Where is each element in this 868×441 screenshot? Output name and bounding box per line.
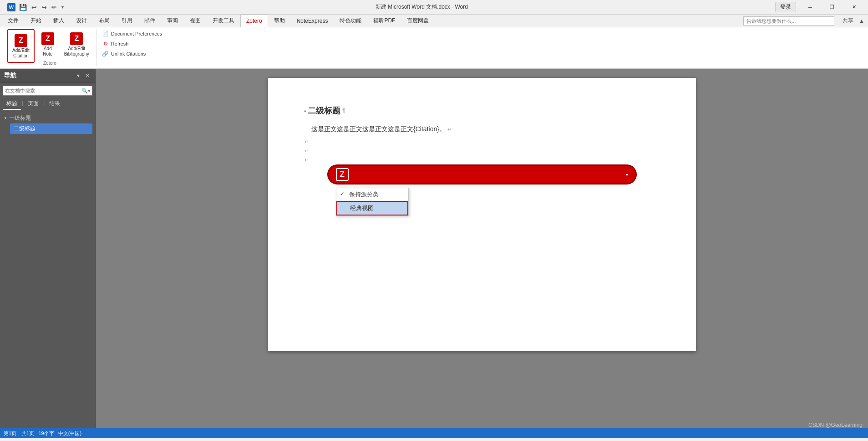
add-edit-citation-button[interactable]: Z Add/EditCitation xyxy=(9,31,33,61)
add-edit-bibliography-button[interactable]: Z Add/EditBibliography xyxy=(61,29,92,59)
chevron-down-icon: ▼ xyxy=(4,116,7,120)
minimize-button[interactable]: ─ xyxy=(800,0,821,15)
ribbon-content-zotero: Z Add/EditCitation Z AddNote Z xyxy=(0,27,868,68)
add-note-label: AddNote xyxy=(43,46,52,57)
tab-noteexpress[interactable]: NoteExpress xyxy=(291,15,334,27)
redo-btn[interactable]: ↪ xyxy=(41,3,48,12)
close-button[interactable]: ✕ xyxy=(843,0,864,15)
statusbar: 第1页，共1页 19个字 中文(中国) xyxy=(0,428,868,438)
empty-line-1: ↵ xyxy=(305,138,660,148)
tab-zotero[interactable]: Zotero xyxy=(240,15,268,27)
unlink-icon: 🔗 xyxy=(102,50,109,57)
tab-special[interactable]: 特色功能 xyxy=(334,15,367,27)
zotero-arrow-icon: ▾ xyxy=(626,172,628,177)
tab-fopdf[interactable]: 福昕PDF xyxy=(367,15,401,27)
sidebar-close-btn[interactable]: ✕ xyxy=(83,72,91,79)
zotero-dropdown-menu: ✓ 保持源分类 经典视图 xyxy=(336,188,409,216)
window-controls: ─ ❐ ✕ xyxy=(800,0,864,15)
sidebar-item-h2[interactable]: 二级标题 xyxy=(10,123,92,134)
restore-button[interactable]: ❐ xyxy=(822,0,843,15)
ribbon-group-tools: 📄 Document Preferences ↻ Refresh 🔗 Unlin… xyxy=(96,29,168,67)
zotero-search-input[interactable] xyxy=(352,171,624,178)
add-edit-citation-highlight: Z Add/EditCitation xyxy=(7,29,35,63)
tab-layout[interactable]: 布局 xyxy=(93,15,116,27)
ribbon-far-right: 共享 ▲ xyxy=(743,15,866,26)
add-note-button[interactable]: Z AddNote xyxy=(36,29,59,59)
unlink-citations-button[interactable]: 🔗 Unlink Citations xyxy=(100,49,164,58)
sidebar-title: 导航 xyxy=(4,72,16,80)
ribbon-collapse-btn[interactable]: ▲ xyxy=(857,16,866,26)
add-edit-citation-icon: Z xyxy=(14,33,28,48)
zotero-group-label: Zotero xyxy=(4,61,96,66)
sidebar-tab-results[interactable]: 结果 xyxy=(46,98,64,110)
add-note-icon: Z xyxy=(41,31,55,46)
sidebar-item-h1[interactable]: ▼ 一级标题 xyxy=(3,113,92,123)
document-page: ▪ 二级标题 ¶ 这是正文这是正文这是正文这是正文{Citation}。 ↵ ↵… xyxy=(268,78,696,351)
document-prefs-icon: 📄 xyxy=(102,30,109,37)
sidebar-menu-btn[interactable]: ▾ xyxy=(75,72,81,79)
heading-bullet: ▪ xyxy=(305,108,306,113)
zotero-search-bar-container: Z ▾ ✓ 保持源分类 经典视图 xyxy=(268,164,696,185)
status-page-info: 第1页，共1页 19个字 中文(中国) xyxy=(4,430,81,437)
empty-line-2: ↵ xyxy=(305,148,660,157)
tab-design[interactable]: 设计 xyxy=(70,15,93,27)
document-title: 新建 Microsoft Word 文档.docx - Word xyxy=(68,3,775,11)
document-body: 这是正文这是正文这是正文这是正文{Citation}。 ↵ xyxy=(305,123,660,135)
tab-references[interactable]: 引用 xyxy=(116,15,138,27)
main-area: 导航 ▾ ✕ 🔍▾ 标题 | 页面 | 结果 ▼ 一级标题 二级标 xyxy=(0,69,868,428)
tab-home[interactable]: 开始 xyxy=(25,15,47,27)
refresh-button[interactable]: ↻ Refresh xyxy=(100,39,164,48)
ribbon: 文件 开始 插入 设计 布局 引用 邮件 审阅 视图 开发工具 Zotero 帮… xyxy=(0,15,868,69)
document-prefs-button[interactable]: 📄 Document Preferences xyxy=(100,29,164,38)
tab-view[interactable]: 视图 xyxy=(184,15,207,27)
tab-insert[interactable]: 插入 xyxy=(47,15,70,27)
refresh-icon: ↻ xyxy=(102,40,109,47)
sidebar-header-buttons: ▾ ✕ xyxy=(75,72,91,79)
add-edit-citation-label: Add/EditCitation xyxy=(12,48,30,59)
customize-btn[interactable]: ✏ xyxy=(51,3,58,12)
document-area: ▪ 二级标题 ¶ 这是正文这是正文这是正文这是正文{Citation}。 ↵ ↵… xyxy=(96,69,868,428)
tab-mail[interactable]: 邮件 xyxy=(138,15,161,27)
heading-pilcrow: ¶ xyxy=(342,108,345,114)
more-btn[interactable]: ▾ xyxy=(61,4,65,10)
tab-baidu[interactable]: 百度网盘 xyxy=(401,15,435,27)
sidebar-header: 导航 ▾ ✕ xyxy=(0,69,95,83)
ribbon-small-buttons: 📄 Document Preferences ↻ Refresh 🔗 Unlin… xyxy=(100,29,164,66)
titlebar: W 💾 ↩ ↪ ✏ ▾ 新建 Microsoft Word 文档.docx - … xyxy=(0,0,868,15)
add-edit-bibliography-icon: Z xyxy=(69,31,84,46)
document-heading: ▪ 二级标题 ¶ xyxy=(305,105,660,116)
sidebar-h2-label: 二级标题 xyxy=(14,125,36,132)
undo-btn[interactable]: ↩ xyxy=(30,3,38,12)
sidebar-nav-content: ▼ 一级标题 二级标题 xyxy=(0,110,95,428)
dropdown-item-classic-view[interactable]: 经典视图 xyxy=(336,201,408,215)
ribbon-tab-bar: 文件 开始 插入 设计 布局 引用 邮件 审阅 视图 开发工具 Zotero 帮… xyxy=(0,15,868,27)
word-icon: W xyxy=(7,3,15,11)
sidebar-h1-label: 一级标题 xyxy=(9,114,31,122)
sidebar-search-input[interactable] xyxy=(3,86,92,96)
ribbon-search-input[interactable] xyxy=(743,16,834,26)
sidebar-search-icon[interactable]: 🔍▾ xyxy=(81,88,91,94)
sidebar-search-area: 🔍▾ xyxy=(0,83,95,98)
sidebar: 导航 ▾ ✕ 🔍▾ 标题 | 页面 | 结果 ▼ 一级标题 二级标 xyxy=(0,69,96,428)
ribbon-group-citations: Z Add/EditCitation Z AddNote Z xyxy=(4,29,96,67)
body-pilcrow: ↵ xyxy=(447,126,452,133)
add-edit-bibliography-label: Add/EditBibliography xyxy=(64,46,89,57)
tab-help[interactable]: 帮助 xyxy=(268,15,291,27)
sidebar-search-wrap: 🔍▾ xyxy=(3,86,92,96)
share-button[interactable]: 共享 xyxy=(839,15,857,26)
tab-dev[interactable]: 开发工具 xyxy=(207,15,240,27)
tab-file[interactable]: 文件 xyxy=(2,15,25,27)
save-btn[interactable]: 💾 xyxy=(18,3,28,12)
checkmark-icon: ✓ xyxy=(340,190,345,197)
tab-review[interactable]: 审阅 xyxy=(161,15,184,27)
quick-access-toolbar: W 💾 ↩ ↪ ✏ ▾ xyxy=(4,3,68,12)
dropdown-item-keep-source[interactable]: ✓ 保持源分类 xyxy=(336,188,408,201)
sidebar-tab-pages[interactable]: 页面 xyxy=(24,98,42,110)
ribbon-tabs-list: 文件 开始 插入 设计 布局 引用 邮件 审阅 视图 开发工具 Zotero 帮… xyxy=(2,15,435,27)
sidebar-tabs: 标题 | 页面 | 结果 xyxy=(0,98,95,110)
zotero-z-icon: Z xyxy=(336,168,349,181)
sidebar-tab-headings[interactable]: 标题 xyxy=(3,98,21,110)
login-button[interactable]: 登录 xyxy=(775,2,796,12)
zotero-search-bar[interactable]: Z ▾ ✓ 保持源分类 经典视图 xyxy=(327,164,637,185)
watermark: CSDN @GeoLearning xyxy=(808,422,863,428)
